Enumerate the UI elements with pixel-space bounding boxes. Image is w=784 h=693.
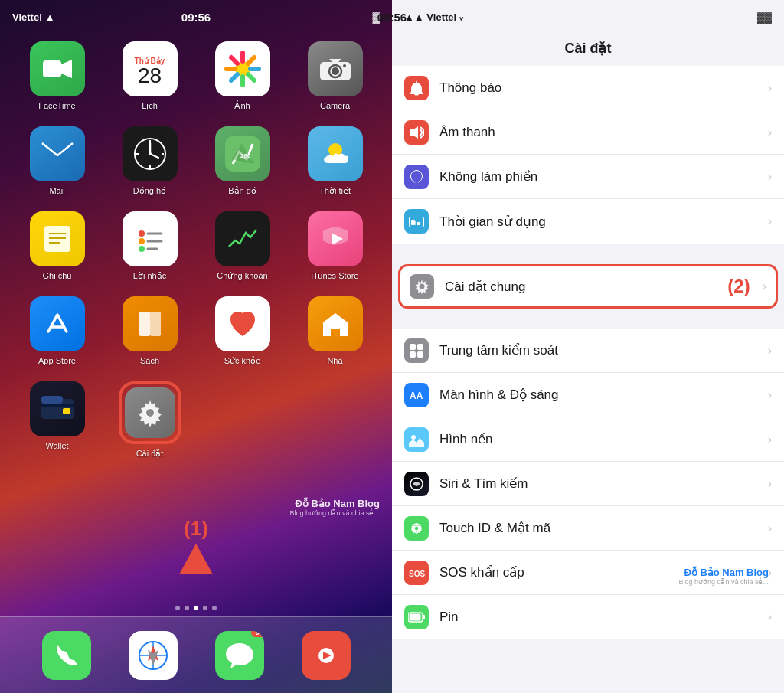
general-icon — [410, 274, 434, 299]
dock-safari[interactable] — [129, 631, 178, 680]
stocks-icon-box — [215, 211, 270, 266]
wallet-icon-box — [30, 381, 85, 436]
app-itunes[interactable]: iTunes Store — [296, 211, 374, 281]
svg-point-24 — [139, 238, 145, 244]
general-label: Cài đặt chung — [445, 279, 727, 295]
dock: 68 — [0, 616, 392, 693]
svg-rect-33 — [333, 329, 338, 336]
settings-row-sounds[interactable]: Âm thanh › — [392, 110, 784, 155]
app-stocks[interactable]: Chứng khoán — [204, 211, 281, 281]
watermark-blog-sub-right: Blog hướng dẫn và chia sẻ... — [678, 578, 769, 586]
settings-row-display[interactable]: AA Màn hình & Độ sáng › — [392, 373, 784, 417]
wallpaper-label: Hình nền — [439, 431, 762, 447]
settings-row-controlcenter[interactable]: Trung tâm kiểm soát › — [392, 329, 784, 373]
screentime-chevron: › — [768, 214, 772, 228]
settings-row-general[interactable]: Cài đặt chung (2) › — [398, 264, 778, 309]
app-settings[interactable]: Cài đặt — [111, 381, 188, 459]
app-weather[interactable]: Thời tiết — [296, 126, 374, 196]
notifications-label: Thông báo — [439, 80, 762, 96]
page-dot-1 — [175, 606, 180, 610]
battery-chevron: › — [768, 610, 772, 624]
facetime-icon-box — [30, 41, 85, 96]
controlcenter-chevron: › — [768, 344, 772, 358]
clock-icon-box — [122, 126, 178, 181]
settings-row-dnd[interactable]: Không làm phiền › — [392, 155, 784, 199]
page-dot-3 — [194, 606, 198, 610]
app-appstore[interactable]: App Store — [18, 296, 96, 366]
settings-page-title: Cài đặt — [392, 34, 784, 66]
battery-right: ▓▓ — [757, 11, 772, 23]
messages-badge: 68 — [251, 631, 263, 637]
dock-youtube[interactable] — [302, 631, 351, 680]
app-calendar[interactable]: Thứ Bảy 28 Lịch — [111, 41, 188, 111]
dnd-icon — [404, 165, 429, 189]
display-icon: AA — [404, 383, 429, 407]
general-badge: (2) — [727, 276, 750, 297]
app-books[interactable]: Sách — [111, 296, 188, 366]
app-photos[interactable]: Ảnh — [204, 41, 281, 111]
dock-messages[interactable]: 68 — [215, 631, 264, 680]
display-label: Màn hình & Độ sáng — [439, 387, 762, 403]
app-maps[interactable]: 280 Bản đồ — [204, 126, 281, 196]
weather-label: Thời tiết — [319, 186, 351, 196]
notes-label: Ghi chú — [43, 271, 72, 280]
settings-row-wallpaper[interactable]: Hình nền › — [392, 417, 784, 462]
settings-row-battery[interactable]: Pin › — [392, 595, 784, 639]
dock-phone[interactable] — [42, 631, 91, 680]
app-mail[interactable]: Mail — [18, 126, 96, 196]
sos-icon: SOS — [404, 561, 429, 585]
app-notes[interactable]: Ghi chú — [18, 211, 96, 281]
controlcenter-icon — [404, 338, 429, 363]
svg-rect-0 — [43, 60, 61, 77]
settings-row-screentime[interactable]: Thời gian sử dụng › — [392, 199, 784, 244]
app-wallet[interactable]: Wallet — [18, 381, 96, 459]
health-label: Sức khỏe — [224, 356, 261, 366]
svg-point-25 — [139, 246, 145, 252]
svg-marker-1 — [61, 60, 72, 78]
controlcenter-label: Trung tâm kiểm soát — [439, 342, 762, 358]
settings-row-siri[interactable]: Siri & Tìm kiếm › — [392, 462, 784, 506]
apps-grid: FaceTime Thứ Bảy 28 Lịch — [0, 34, 392, 474]
section-gap-1 — [392, 244, 784, 260]
app-facetime[interactable]: FaceTime — [18, 41, 96, 111]
watermark-blog-sub-left: Blog hướng dẫn và chia sẻ... — [289, 509, 380, 517]
health-icon-box — [215, 296, 270, 351]
maps-label: Bản đồ — [228, 186, 256, 196]
svg-marker-48 — [410, 126, 418, 139]
wifi-icon-right: ᵥ — [459, 11, 463, 23]
mail-label: Mail — [49, 186, 64, 195]
svg-rect-53 — [414, 221, 416, 225]
sounds-label: Âm thanh — [439, 125, 762, 140]
annotation-label-1: (1) — [184, 517, 208, 541]
dnd-label: Không làm phiền — [439, 168, 762, 185]
svg-rect-36 — [41, 404, 74, 407]
svg-rect-66 — [410, 614, 421, 621]
settings-list: Thông báo › Âm thanh › — [392, 66, 784, 693]
touchid-chevron: › — [768, 521, 772, 535]
settings-label: Cài đặt — [136, 449, 164, 459]
facetime-label: FaceTime — [38, 101, 76, 110]
svg-rect-52 — [416, 222, 420, 225]
time-left: 09:56 — [181, 11, 211, 24]
clock-label: Đồng hồ — [133, 186, 166, 196]
photos-label: Ảnh — [234, 101, 250, 111]
app-home[interactable]: Nhà — [296, 296, 374, 366]
app-clock[interactable]: Đồng hồ — [111, 126, 188, 196]
settings-row-touchid[interactable]: Touch ID & Mật mã › — [392, 506, 784, 551]
cal-date: 28 — [138, 65, 162, 87]
reminders-icon-box — [122, 211, 178, 266]
settings-row-notifications[interactable]: Thông báo › — [392, 66, 784, 110]
svg-point-23 — [139, 230, 145, 237]
sounds-chevron: › — [768, 126, 772, 139]
svg-point-6 — [343, 64, 346, 67]
carrier-left: Viettel — [12, 11, 42, 23]
app-camera[interactable]: Camera — [296, 41, 374, 111]
battery-icon — [404, 605, 429, 629]
watermark-blog-name-left: Đỗ Bảo Nam Blog — [289, 498, 380, 509]
settings-section-1: Thông báo › Âm thanh › — [392, 66, 784, 244]
watermark-blog-name-right: Đỗ Bảo Nam Blog — [678, 567, 769, 578]
svg-rect-57 — [417, 344, 423, 350]
app-reminders[interactable]: Lời nhắc — [111, 211, 188, 281]
app-health[interactable]: Sức khỏe — [204, 296, 281, 366]
notifications-icon — [404, 76, 429, 100]
